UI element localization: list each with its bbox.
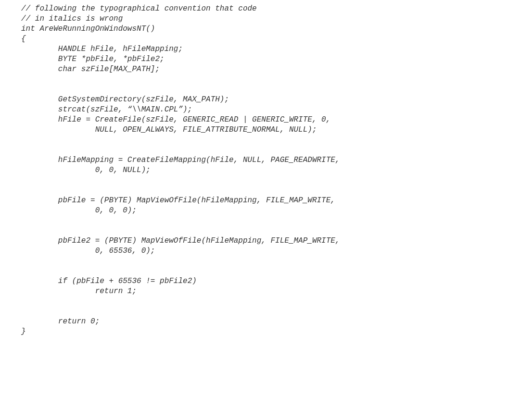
- code-block: // following the typographical conventio…: [21, 4, 520, 337]
